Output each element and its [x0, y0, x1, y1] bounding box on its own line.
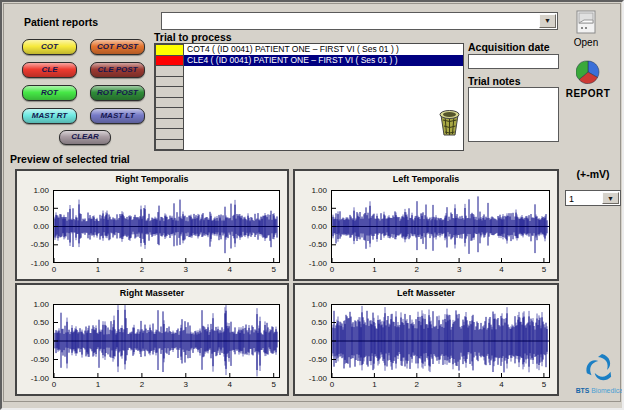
open-label: Open: [564, 37, 608, 48]
trash-icon[interactable]: [437, 108, 462, 137]
emg-plot: [53, 190, 280, 263]
x-tick-label: 2: [415, 380, 419, 389]
report-button-rot-post[interactable]: ROT POST: [90, 85, 145, 101]
x-tick-label: 5: [542, 380, 546, 389]
chart-title: Left Masseter: [295, 288, 557, 298]
trial-list-item[interactable]: COT4 ( (ID 0041) PATIENT ONE – FIRST VI …: [184, 44, 463, 55]
x-tick-label: 2: [415, 265, 419, 274]
y-tick-label: -1.00: [297, 259, 327, 268]
x-tick-label: 1: [96, 380, 100, 389]
patient-reports-label: Patient reports: [24, 16, 98, 28]
trial-list[interactable]: COT4 ( (ID 0041) PATIENT ONE – FIRST VI …: [154, 43, 464, 151]
chart-panel-right-temporalis: Right Temporalis1.000.500.00-0.50-1.0001…: [15, 169, 289, 281]
trial-color-swatch: [155, 139, 184, 151]
y-tick-label: 0.50: [19, 204, 49, 213]
y-tick-label: 0.00: [297, 337, 327, 346]
y-tick-label: 1.00: [19, 186, 49, 195]
y-tick-label: 0.50: [297, 204, 327, 213]
y-tick-label: -1.00: [297, 374, 327, 383]
y-tick-label: 0.50: [297, 318, 327, 327]
x-tick-label: 1: [372, 265, 376, 274]
y-tick-label: -0.50: [19, 240, 49, 249]
x-tick-label: 5: [271, 265, 275, 274]
trial-to-process-label: Trial to process: [154, 31, 232, 43]
y-tick-label: 0.00: [297, 222, 327, 231]
y-tick-label: -1.00: [19, 259, 49, 268]
report-label: REPORT: [559, 88, 617, 99]
x-tick-label: 0: [52, 380, 56, 389]
patient-reports-dropdown[interactable]: ▼: [161, 12, 558, 30]
emg-plot: [331, 304, 550, 378]
trial-notes-label: Trial notes: [468, 75, 521, 87]
trial-notes-field[interactable]: [468, 87, 559, 142]
report-button-cle-post[interactable]: CLE POST: [90, 62, 145, 78]
preview-label: Preview of selected trial: [10, 153, 130, 165]
x-tick-label: 2: [140, 265, 144, 274]
x-tick-label: 4: [228, 380, 232, 389]
report-button-rot[interactable]: ROT: [22, 85, 77, 101]
report-button-cle[interactable]: CLE: [22, 62, 77, 78]
y-tick-label: 0.50: [19, 318, 49, 327]
acquisition-date-label: Acquisition date: [468, 41, 550, 53]
x-tick-label: 0: [330, 265, 334, 274]
report-button-cot-post[interactable]: COT POST: [90, 39, 145, 55]
report-button-mast-lt[interactable]: MAST LT: [90, 108, 145, 124]
y-tick-label: -0.50: [297, 240, 327, 249]
x-tick-label: 4: [499, 265, 503, 274]
y-tick-label: -0.50: [19, 355, 49, 364]
y-tick-label: 1.00: [297, 300, 327, 309]
chart-panel-right-masseter: Right Masseter1.000.500.00-0.50-1.000123…: [15, 283, 289, 396]
app-window: Patient reports ▼ Open COTCOT POSTCLECLE…: [0, 0, 624, 410]
x-tick-label: 4: [228, 265, 232, 274]
mv-scale-dropdown[interactable]: 1 ▼: [565, 190, 621, 206]
bts-logo-bts: BTS: [576, 387, 590, 394]
bts-swirl-icon: [583, 351, 617, 385]
chart-title: Right Temporalis: [17, 174, 287, 184]
x-tick-label: 3: [457, 380, 461, 389]
trial-color-column: [155, 44, 184, 150]
trial-rows: COT4 ( (ID 0041) PATIENT ONE – FIRST VI …: [184, 44, 463, 150]
mv-scale-value: 1: [569, 192, 603, 206]
chevron-down-icon[interactable]: ▼: [539, 14, 556, 28]
x-tick-label: 1: [372, 380, 376, 389]
report-button[interactable]: [576, 60, 600, 84]
x-tick-label: 1: [96, 265, 100, 274]
y-tick-label: 0.00: [19, 222, 49, 231]
x-tick-label: 3: [184, 380, 188, 389]
emg-plot: [53, 304, 280, 378]
chevron-down-icon[interactable]: ▼: [602, 192, 619, 204]
x-tick-label: 5: [271, 380, 275, 389]
chart-title: Right Masseter: [17, 288, 287, 298]
open-file-icon: [576, 10, 596, 34]
x-tick-label: 4: [499, 380, 503, 389]
x-tick-label: 5: [542, 265, 546, 274]
x-tick-label: 0: [52, 265, 56, 274]
chart-panel-left-temporalis: Left Temporalis1.000.500.00-0.50-1.00012…: [293, 169, 559, 281]
y-tick-label: 1.00: [19, 300, 49, 309]
clear-button[interactable]: CLEAR: [59, 130, 111, 145]
open-button[interactable]: [576, 10, 596, 34]
emg-plot: [331, 190, 550, 263]
report-button-mast-rt[interactable]: MAST RT: [22, 108, 77, 124]
mv-units-label: (+-mV): [565, 168, 621, 180]
bts-logo-biomedical: Biomedical: [591, 387, 624, 394]
bts-logo: [583, 351, 617, 389]
y-tick-label: -0.50: [297, 355, 327, 364]
y-tick-label: 0.00: [19, 337, 49, 346]
pie-chart-icon: [576, 60, 600, 84]
report-button-cot[interactable]: COT: [22, 39, 77, 55]
y-tick-label: -1.00: [19, 374, 49, 383]
x-tick-label: 2: [140, 380, 144, 389]
x-tick-label: 0: [330, 380, 334, 389]
y-tick-label: 1.00: [297, 186, 327, 195]
acquisition-date-field[interactable]: [468, 54, 559, 69]
chart-panel-left-masseter: Left Masseter1.000.500.00-0.50-1.0001234…: [293, 283, 559, 396]
x-tick-label: 3: [184, 265, 188, 274]
bts-logo-text: BTS Biomedical: [572, 387, 624, 394]
chart-title: Left Temporalis: [295, 174, 557, 184]
trial-list-item-selected[interactable]: CLE4 ( (ID 0041) PATIENT ONE – FIRST VI …: [184, 55, 463, 66]
x-tick-label: 3: [457, 265, 461, 274]
